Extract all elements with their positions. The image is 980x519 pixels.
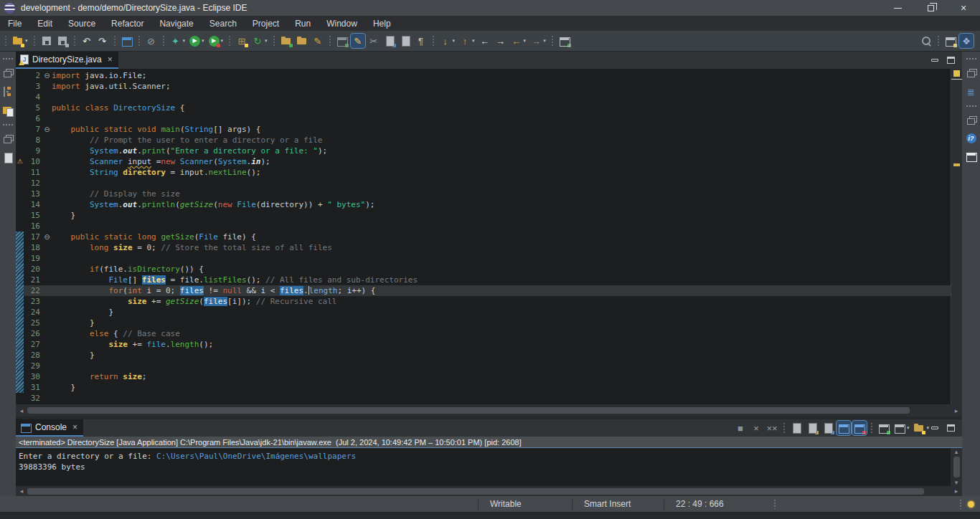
search-button[interactable] [919, 34, 933, 48]
terminate-button[interactable]: ■ [733, 421, 748, 435]
code-line-5[interactable]: 5public class DirectorySize { [16, 103, 951, 113]
dropdown-arrow-icon[interactable]: ▾ [25, 38, 28, 44]
open-perspective-button[interactable] [943, 34, 958, 48]
forward-button[interactable]: →▾ [529, 34, 547, 48]
menu-window[interactable]: Window [319, 16, 365, 31]
show-stderr-button[interactable] [852, 421, 867, 435]
minimize-editor-button[interactable] [931, 59, 938, 62]
minimize-window-button[interactable] [881, 0, 914, 16]
code-line-17[interactable]: 17⊖ public static long getSize(File file… [16, 232, 951, 242]
scroll-thumb[interactable] [27, 488, 924, 495]
java-perspective-button[interactable]: ❖ [959, 34, 974, 48]
code-line-16[interactable]: 16 [16, 221, 951, 232]
tab-console[interactable]: Console × [16, 419, 83, 437]
dropdown-arrow-icon[interactable]: ▾ [183, 38, 186, 44]
overview-ruler[interactable] [951, 69, 962, 404]
menu-search[interactable]: Search [202, 16, 245, 31]
run-button[interactable]: ▶▾ [188, 34, 206, 48]
code-line-18[interactable]: 18 long size = 0; // Store the total siz… [16, 242, 951, 253]
code-editor[interactable]: 2⊖import java.io.File;3import java.util.… [16, 69, 951, 404]
tab-directorysize[interactable]: J DirectorySize.java × [16, 52, 118, 69]
code-line-31[interactable]: 31 } [16, 382, 951, 393]
drag-handle[interactable] [964, 103, 979, 109]
java-application-button[interactable] [335, 34, 349, 48]
scroll-down-icon[interactable]: ▾ [955, 479, 958, 486]
scroll-right-icon[interactable]: ▸ [951, 407, 962, 414]
java-search-button[interactable]: ✎ [311, 34, 325, 48]
skip-breakpoints-button[interactable]: ⊘ [144, 34, 159, 48]
project-explorer-button[interactable] [1, 103, 15, 118]
code-line-30[interactable]: 30 return size; [16, 371, 951, 382]
menu-source[interactable]: Source [60, 16, 103, 31]
code-line-14[interactable]: 14 System.out.println(getSize(new File(d… [16, 199, 951, 210]
code-line-8[interactable]: 8 // Prompt the user to enter a director… [16, 135, 951, 146]
dropdown-arrow-icon[interactable]: ▾ [265, 38, 268, 44]
restore-window-button[interactable] [914, 0, 947, 16]
dropdown-arrow-icon[interactable]: ▾ [907, 425, 910, 431]
scroll-up-icon[interactable]: ▴ [955, 448, 958, 455]
cursor-position-status[interactable]: 22 : 49 : 666 [664, 498, 768, 510]
code-line-27[interactable]: 27 size += file.length(); [16, 339, 951, 350]
pin-console-button[interactable] [877, 421, 891, 435]
previous-annotation-button[interactable]: ↑▾ [458, 34, 476, 48]
package-explorer-button[interactable] [1, 85, 15, 99]
dropdown-arrow-icon[interactable]: ▾ [221, 38, 224, 44]
open-console-view-button[interactable] [120, 34, 134, 48]
warning-marker-icon[interactable]: ⚠ [16, 156, 24, 167]
notification-bulb-icon[interactable] [968, 501, 974, 508]
restore-view-button[interactable] [1, 132, 15, 146]
code-line-28[interactable]: 28 } [16, 350, 951, 361]
open-console-button[interactable]: ▾ [912, 421, 930, 435]
menu-navigate[interactable]: Navigate [151, 16, 201, 31]
new-java-project-button[interactable]: ⊞ [235, 34, 249, 48]
code-line-2[interactable]: 2⊖import java.io.File; [16, 70, 951, 81]
code-line-9[interactable]: 9 System.out.print("Enter a directory or… [16, 146, 951, 156]
redo-button[interactable]: ↷ [95, 34, 110, 48]
pin-editor-button[interactable] [557, 34, 572, 48]
show-selected-element-button[interactable]: ✂ [367, 34, 381, 48]
console-vscrollbar[interactable]: ▴ ▾ [951, 448, 962, 486]
menu-project[interactable]: Project [245, 16, 287, 31]
previous-edit-location-button[interactable]: ← [478, 34, 492, 48]
dropdown-arrow-icon[interactable]: ▾ [524, 38, 527, 44]
fold-collapse-icon[interactable]: ⊖ [42, 124, 52, 135]
dropdown-arrow-icon[interactable]: ▾ [453, 38, 456, 44]
code-line-22[interactable]: 22 for(int i = 0; files != null && i < f… [16, 285, 951, 296]
code-line-26[interactable]: 26 else { // Base case [16, 328, 951, 339]
code-line-24[interactable]: 24 } [16, 307, 951, 318]
restore-view-button[interactable] [964, 113, 979, 128]
word-wrap-button[interactable] [382, 34, 397, 48]
dropdown-arrow-icon[interactable]: ▾ [202, 38, 204, 44]
code-line-4[interactable]: 4 [16, 92, 951, 103]
code-line-7[interactable]: 7⊖ public static void main(String[] args… [16, 124, 951, 135]
restore-view-button[interactable] [1, 66, 15, 80]
code-line-12[interactable]: 12 [16, 178, 951, 189]
scroll-thumb[interactable] [953, 457, 960, 477]
console-hscrollbar[interactable]: ◂ ▸ [16, 486, 962, 496]
remove-launch-button[interactable]: × [749, 421, 763, 435]
menu-run[interactable]: Run [287, 16, 319, 31]
debug-button[interactable]: ✦▾ [169, 34, 187, 48]
show-stdout-button[interactable] [837, 421, 851, 435]
display-console-button[interactable]: ▾ [892, 421, 911, 435]
scroll-left-icon[interactable]: ◂ [16, 407, 27, 414]
code-line-20[interactable]: 20 if(file.isDirectory()) { [16, 264, 951, 275]
back-button[interactable]: ←▾ [509, 34, 528, 48]
console-output[interactable]: Enter a directory or a file: C:\Users\Pa… [16, 448, 951, 486]
dropdown-arrow-icon[interactable]: ▾ [543, 38, 546, 44]
next-annotation-button[interactable]: ↓▾ [438, 34, 457, 48]
code-line-32[interactable]: 32 [16, 393, 951, 404]
menu-file[interactable]: File [0, 16, 29, 31]
code-line-13[interactable]: 13 // Display the size [16, 189, 951, 199]
editor-hscrollbar[interactable]: ◂ ▸ [16, 404, 962, 416]
code-line-21[interactable]: 21 File[] files = file.listFiles(); // A… [16, 275, 951, 285]
code-line-6[interactable]: 6 [16, 113, 951, 124]
menu-help[interactable]: Help [365, 16, 399, 31]
code-line-3[interactable]: 3import java.util.Scanner; [16, 81, 951, 92]
warning-marker[interactable] [953, 163, 960, 166]
drag-handle[interactable] [964, 56, 979, 62]
scroll-left-icon[interactable]: ◂ [16, 487, 27, 495]
maximize-editor-button[interactable] [947, 57, 955, 64]
save-all-button[interactable] [55, 34, 70, 48]
maximize-console-button[interactable] [947, 424, 955, 432]
